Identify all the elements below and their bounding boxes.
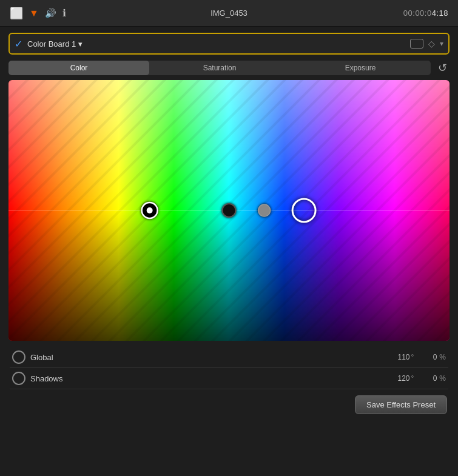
tab-saturation[interactable]: Saturation <box>149 61 290 75</box>
board-name[interactable]: Color Board 1 ▾ <box>27 39 410 49</box>
tab-color[interactable]: Color <box>8 61 149 75</box>
shadows-angle-value[interactable]: 120 <box>387 374 410 383</box>
expand-chevron-icon[interactable]: ▾ <box>440 39 443 48</box>
param-row-global: Global 110 ° 0 % <box>10 347 448 368</box>
board-controls: ◇ ▾ <box>410 39 443 49</box>
shadows-angle-unit: ° <box>411 374 414 383</box>
svg-point-7 <box>147 207 153 213</box>
enable-checkbox[interactable]: ✓ <box>15 38 22 50</box>
audio-icon[interactable]: 🔊 <box>45 8 56 19</box>
time-highlight: 4:18 <box>432 8 448 18</box>
mask-icon[interactable] <box>410 39 423 49</box>
save-row: Save Effects Preset <box>8 389 450 418</box>
time-prefix: 00:00:0 <box>403 8 432 18</box>
tabs: Color Saturation Exposure <box>8 61 431 75</box>
global-pct-unit: % <box>439 353 446 361</box>
param-row-shadows: Shadows 120 ° 0 % <box>10 368 448 389</box>
reset-button[interactable]: ↺ <box>436 61 450 75</box>
global-pct-value[interactable]: 0 <box>425 353 437 361</box>
color-icon[interactable]: ▼ <box>29 8 39 19</box>
keyframe-diamond-icon[interactable]: ◇ <box>428 39 435 49</box>
info-icon[interactable]: ℹ <box>62 7 66 19</box>
shadows-pct-value[interactable]: 0 <box>425 374 437 383</box>
params-section: Global 110 ° 0 % Shadows 120 ° 0 % <box>8 347 450 389</box>
shadows-icon <box>12 372 25 385</box>
tab-exposure[interactable]: Exposure <box>290 61 431 75</box>
global-angle-unit: ° <box>411 353 414 361</box>
tab-row: Color Saturation Exposure ↺ <box>8 61 450 75</box>
svg-point-9 <box>258 204 271 216</box>
svg-point-8 <box>223 204 236 217</box>
shadows-pct-unit: % <box>439 374 446 383</box>
color-board[interactable] <box>8 80 450 341</box>
color-board-selector: ✓ Color Board 1 ▾ ◇ ▾ <box>8 33 450 55</box>
color-gradient <box>8 80 450 341</box>
save-effects-preset-button[interactable]: Save Effects Preset <box>355 395 447 414</box>
global-icon <box>12 350 25 364</box>
file-name: IMG_0453 <box>210 8 248 18</box>
global-angle-value[interactable]: 110 <box>387 353 410 361</box>
svg-point-10 <box>292 199 315 222</box>
effects-panel: ✓ Color Board 1 ▾ ◇ ▾ Color Saturation E… <box>0 27 458 424</box>
toolbar-left: ⬜ ▼ 🔊 ℹ <box>10 7 66 20</box>
timecode: 00:00:04:18 <box>403 8 448 18</box>
global-label: Global <box>30 353 387 362</box>
film-icon[interactable]: ⬜ <box>10 7 23 20</box>
toolbar-title: IMG_0453 <box>210 8 248 18</box>
toolbar: ⬜ ▼ 🔊 ℹ IMG_0453 00:00:04:18 <box>0 0 458 27</box>
shadows-label: Shadows <box>30 374 387 383</box>
